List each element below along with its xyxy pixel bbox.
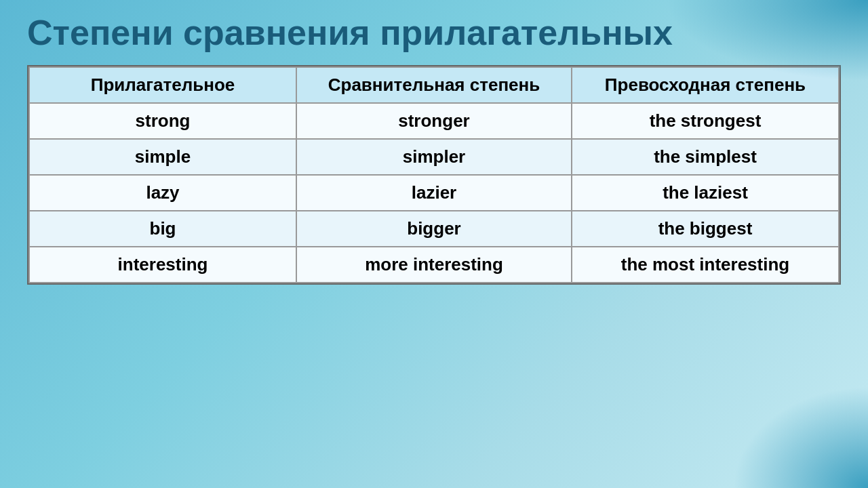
adjectives-table: Прилагательное Сравнительная степень Пре… (28, 66, 840, 283)
table-row: simplesimplerthe simplest (29, 139, 839, 175)
table-cell: the biggest (572, 211, 839, 247)
table-cell: big (29, 211, 296, 247)
table-cell: interesting (29, 247, 296, 283)
table-row: interestingmore interestingthe most inte… (29, 247, 839, 283)
col-header-comparative: Сравнительная степень (296, 67, 572, 103)
table-cell: stronger (296, 103, 572, 139)
table-cell: lazier (296, 175, 572, 211)
table-cell: the simplest (572, 139, 839, 175)
table-cell: lazy (29, 175, 296, 211)
table-cell: the most interesting (572, 247, 839, 283)
table-cell: more interesting (296, 247, 572, 283)
col-header-adjective: Прилагательное (29, 67, 296, 103)
table-cell: simple (29, 139, 296, 175)
table-cell: strong (29, 103, 296, 139)
table-header-row: Прилагательное Сравнительная степень Пре… (29, 67, 839, 103)
table-cell: simpler (296, 139, 572, 175)
table-row: lazylazierthe laziest (29, 175, 839, 211)
table-row: bigbiggerthe biggest (29, 211, 839, 247)
table-cell: bigger (296, 211, 572, 247)
bg-decoration-bottom (732, 386, 868, 488)
table-cell: the laziest (572, 175, 839, 211)
table-cell: the strongest (572, 103, 839, 139)
table-container: Прилагательное Сравнительная степень Пре… (27, 65, 841, 285)
table-row: strongstrongerthe strongest (29, 103, 839, 139)
